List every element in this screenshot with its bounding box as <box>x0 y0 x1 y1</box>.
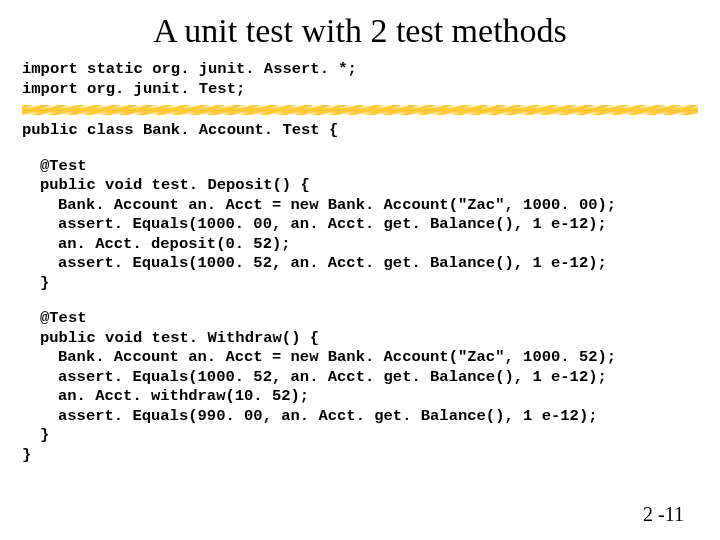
method-body-line: Bank. Account an. Acct = new Bank. Accou… <box>58 196 698 216</box>
spacer <box>22 141 698 157</box>
spacer <box>22 293 698 309</box>
slide-container: A unit test with 2 test methods import s… <box>0 0 720 540</box>
method-close: } <box>40 274 698 294</box>
slide-title: A unit test with 2 test methods <box>22 12 698 50</box>
method-signature: public void test. Deposit() { <box>40 176 698 196</box>
method-body-line: an. Acct. withdraw(10. 52); <box>58 387 698 407</box>
method-close: } <box>40 426 698 446</box>
class-declaration: public class Bank. Account. Test { <box>22 121 698 141</box>
class-close: } <box>22 446 698 466</box>
method-annotation: @Test <box>40 157 698 177</box>
method-body-line: an. Acct. deposit(0. 52); <box>58 235 698 255</box>
method-body-line: assert. Equals(1000. 52, an. Acct. get. … <box>58 254 698 274</box>
method-body-line: assert. Equals(1000. 52, an. Acct. get. … <box>58 368 698 388</box>
method-body-line: assert. Equals(1000. 00, an. Acct. get. … <box>58 215 698 235</box>
import-line-2: import org. junit. Test; <box>22 80 698 100</box>
method-body-line: Bank. Account an. Acct = new Bank. Accou… <box>58 348 698 368</box>
highlight-divider <box>22 105 698 115</box>
method-body-line: assert. Equals(990. 00, an. Acct. get. B… <box>58 407 698 427</box>
import-line-1: import static org. junit. Assert. *; <box>22 60 698 80</box>
method-annotation: @Test <box>40 309 698 329</box>
method-signature: public void test. Withdraw() { <box>40 329 698 349</box>
page-number: 2 -11 <box>643 503 684 526</box>
